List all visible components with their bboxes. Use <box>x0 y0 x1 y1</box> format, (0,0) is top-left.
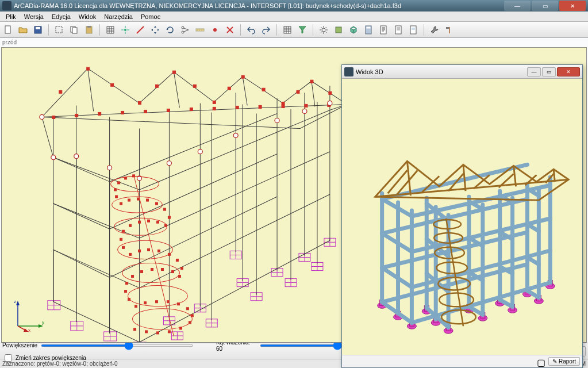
hammer-icon[interactable] <box>444 24 455 36</box>
menu-widok[interactable]: Widok <box>75 13 100 20</box>
svg-rect-3 <box>56 26 62 33</box>
menu-plik[interactable]: Plik <box>2 13 20 20</box>
settings-icon[interactable] <box>318 24 329 36</box>
new-file-icon[interactable] <box>2 24 14 36</box>
svg-rect-0 <box>5 26 10 33</box>
menu-edycja[interactable]: Edycja <box>48 13 74 20</box>
svg-point-102 <box>107 166 112 170</box>
close-button[interactable]: ✕ <box>559 1 586 11</box>
minimize-button[interactable]: — <box>504 1 531 11</box>
svg-rect-135 <box>126 282 128 285</box>
zoom-slider[interactable] <box>41 344 194 347</box>
svg-rect-153 <box>139 221 141 223</box>
maximize-button[interactable]: ▭ <box>532 1 558 11</box>
svg-rect-156 <box>164 224 167 227</box>
svg-rect-159 <box>155 202 157 205</box>
window-3d-minimize[interactable]: — <box>527 67 541 76</box>
svg-rect-124 <box>179 327 182 329</box>
svg-rect-163 <box>120 202 122 205</box>
report2-icon[interactable] <box>393 24 404 36</box>
svg-line-62 <box>53 250 110 277</box>
svg-text:z: z <box>14 299 16 304</box>
undo-icon[interactable] <box>245 24 257 36</box>
viewport-label: przód <box>2 39 17 45</box>
paste-icon[interactable] <box>83 24 95 36</box>
3d-box-icon[interactable] <box>348 24 359 36</box>
move-icon[interactable] <box>149 24 161 36</box>
svg-rect-93 <box>190 108 193 110</box>
svg-rect-150 <box>120 238 122 240</box>
viewport-3d[interactable] <box>342 79 582 355</box>
svg-rect-92 <box>167 109 170 112</box>
svg-line-9 <box>137 26 144 33</box>
svg-rect-136 <box>132 275 134 278</box>
wrench-icon[interactable] <box>429 24 440 36</box>
svg-line-66 <box>53 158 110 182</box>
filter-icon[interactable] <box>297 24 308 36</box>
svg-rect-157 <box>168 216 170 218</box>
table-icon[interactable] <box>282 24 293 36</box>
open-file-icon[interactable] <box>17 24 29 36</box>
node-icon[interactable] <box>209 24 221 36</box>
redo-icon[interactable] <box>260 24 272 36</box>
select-icon[interactable] <box>53 24 65 36</box>
menu-wersja[interactable]: Wersja <box>21 13 47 20</box>
svg-rect-165 <box>114 189 117 191</box>
scissors-icon[interactable] <box>179 24 191 36</box>
app-icon <box>2 1 11 10</box>
svg-rect-131 <box>144 302 147 304</box>
menu-narzedzia[interactable]: Narzędzia <box>101 13 136 20</box>
svg-rect-168 <box>133 175 135 177</box>
svg-rect-91 <box>144 110 147 113</box>
window-3d-view[interactable]: Widok 3D — ▭ ✕ <box>341 64 583 368</box>
svg-rect-82 <box>282 102 285 105</box>
grid-icon[interactable] <box>105 24 116 36</box>
svg-rect-83 <box>297 90 299 93</box>
member-icon[interactable] <box>134 24 146 36</box>
svg-point-13 <box>213 28 217 32</box>
svg-rect-132 <box>135 305 137 308</box>
svg-point-105 <box>198 150 202 154</box>
raport-button[interactable]: ✎ Raport <box>548 357 580 366</box>
svg-rect-127 <box>186 308 189 310</box>
svg-rect-81 <box>262 88 265 91</box>
save-file-icon[interactable] <box>32 24 44 36</box>
svg-rect-146 <box>148 248 150 251</box>
delete-icon[interactable] <box>224 24 236 36</box>
calc-icon[interactable] <box>363 24 374 36</box>
svg-point-109 <box>328 101 332 105</box>
window-3d-maximize[interactable]: ▭ <box>542 67 556 76</box>
report3-icon[interactable] <box>408 24 419 36</box>
menu-pomoc[interactable]: Pomoc <box>137 13 164 20</box>
svg-rect-130 <box>155 301 157 303</box>
section-icon[interactable] <box>333 24 344 36</box>
svg-rect-134 <box>125 290 127 293</box>
svg-point-101 <box>74 154 79 159</box>
view3d-tool-icon[interactable]: ▢ <box>537 357 546 366</box>
svg-rect-128 <box>177 303 179 305</box>
copy-icon[interactable] <box>68 24 80 36</box>
svg-rect-77 <box>193 85 196 87</box>
window-3d-close[interactable]: ✕ <box>557 67 580 76</box>
window-3d-icon <box>344 67 353 76</box>
svg-rect-84 <box>310 80 313 83</box>
svg-line-63 <box>110 197 277 278</box>
svg-rect-160 <box>147 199 149 201</box>
svg-rect-22 <box>412 28 415 30</box>
svg-line-64 <box>53 204 110 229</box>
svg-rect-138 <box>151 268 153 270</box>
svg-rect-162 <box>128 199 130 201</box>
svg-rect-16 <box>336 27 341 33</box>
svg-rect-73 <box>111 83 114 86</box>
report-icon[interactable] <box>378 24 389 36</box>
svg-rect-144 <box>168 253 170 255</box>
measure-icon[interactable] <box>194 24 206 36</box>
svg-rect-151 <box>122 230 125 232</box>
svg-rect-147 <box>139 250 141 252</box>
svg-marker-170 <box>16 301 20 305</box>
svg-rect-98 <box>305 104 308 107</box>
rotate-icon[interactable] <box>164 24 176 36</box>
snap-icon[interactable] <box>120 24 131 36</box>
svg-rect-166 <box>118 182 120 184</box>
svg-rect-123 <box>168 331 170 333</box>
